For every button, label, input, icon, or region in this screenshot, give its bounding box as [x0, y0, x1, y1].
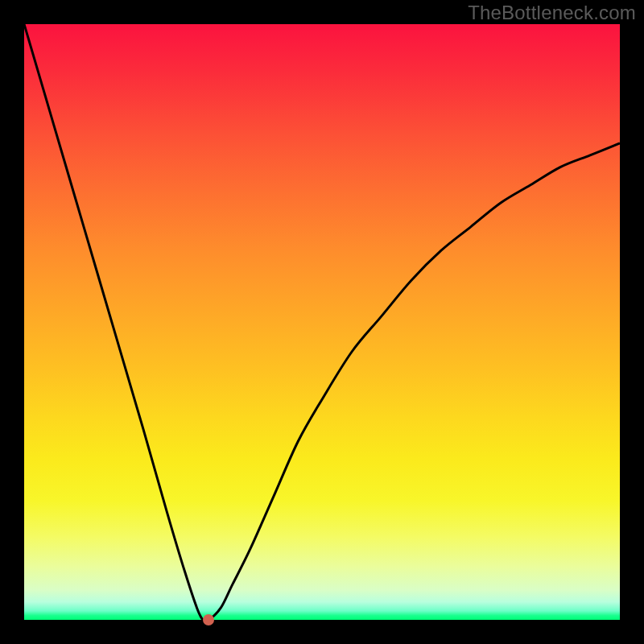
bottleneck-curve-path [24, 24, 620, 620]
plot-area [24, 24, 620, 620]
optimal-point-marker [203, 614, 214, 625]
watermark-text: TheBottleneck.com [468, 2, 636, 24]
curve-svg [24, 24, 620, 620]
chart-frame: TheBottleneck.com [0, 0, 644, 644]
